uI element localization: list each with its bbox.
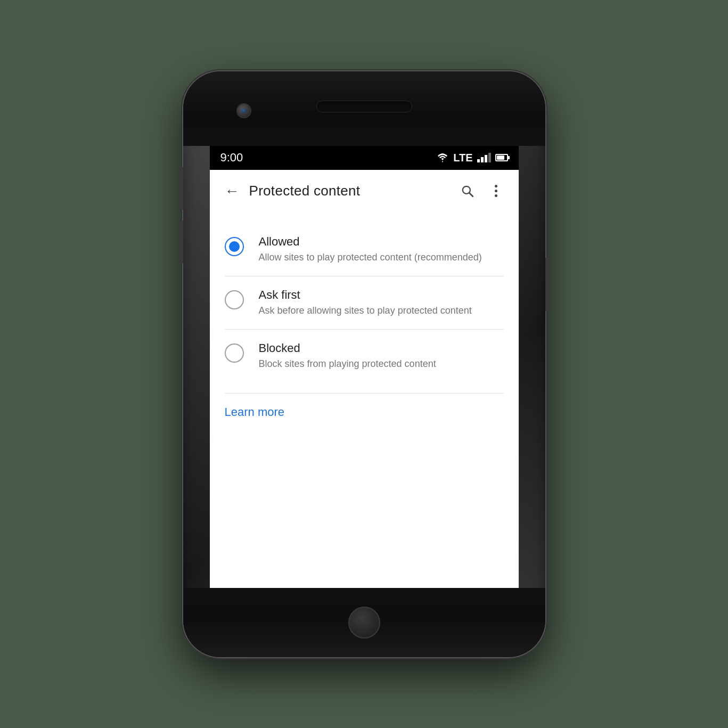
page-title: Protected content xyxy=(249,183,456,199)
back-button[interactable]: ← xyxy=(220,179,244,203)
volume-up-button[interactable] xyxy=(179,167,183,210)
phone-frame: 9:00 LTE xyxy=(183,71,545,657)
option-ask-first[interactable]: Ask first Ask before allowing sites to p… xyxy=(210,276,519,329)
option-blocked-title: Blocked xyxy=(259,341,504,355)
svg-line-1 xyxy=(469,193,473,197)
toolbar-icons xyxy=(456,179,508,203)
option-ask-first-text: Ask first Ask before allowing sites to p… xyxy=(259,288,504,317)
option-blocked-desc: Block sites from playing protected conte… xyxy=(259,357,504,371)
radio-outer-ask-first xyxy=(225,290,244,309)
option-allowed[interactable]: Allowed Allow sites to play protected co… xyxy=(210,223,519,276)
home-button[interactable] xyxy=(348,607,380,639)
option-allowed-text: Allowed Allow sites to play protected co… xyxy=(259,235,504,264)
radio-outer-allowed xyxy=(225,237,244,256)
option-blocked[interactable]: Blocked Block sites from playing protect… xyxy=(210,330,519,382)
learn-more-link[interactable]: Learn more xyxy=(210,394,519,431)
more-icon xyxy=(495,185,497,197)
search-button[interactable] xyxy=(456,179,479,203)
top-bezel xyxy=(183,71,545,146)
more-dot-3 xyxy=(495,194,497,197)
search-icon xyxy=(461,184,475,198)
lte-indicator: LTE xyxy=(453,152,472,164)
bottom-bezel xyxy=(183,588,545,657)
status-icons: LTE xyxy=(436,152,508,164)
status-time: 9:00 xyxy=(220,151,243,165)
content-area: Allowed Allow sites to play protected co… xyxy=(210,212,519,588)
more-dot-1 xyxy=(495,185,497,187)
radio-allowed xyxy=(225,237,244,256)
screen: ← Protected content xyxy=(210,170,519,588)
wifi-icon xyxy=(436,153,449,162)
status-bar: 9:00 LTE xyxy=(210,146,519,170)
more-options-button[interactable] xyxy=(485,179,508,203)
front-camera xyxy=(236,103,251,118)
radio-ask-first xyxy=(225,290,244,309)
radio-blocked xyxy=(225,343,244,363)
app-bar: ← Protected content xyxy=(210,170,519,212)
battery-icon xyxy=(495,154,508,161)
spacer xyxy=(210,382,519,393)
earpiece-speaker xyxy=(316,101,412,112)
radio-inner-allowed xyxy=(229,241,240,252)
battery-fill xyxy=(497,156,504,160)
option-blocked-text: Blocked Block sites from playing protect… xyxy=(259,341,504,371)
power-button[interactable] xyxy=(545,258,550,311)
radio-outer-blocked xyxy=(225,343,244,363)
volume-down-button[interactable] xyxy=(179,220,183,263)
option-ask-first-desc: Ask before allowing sites to play protec… xyxy=(259,304,504,317)
more-dot-2 xyxy=(495,190,497,192)
back-arrow-icon: ← xyxy=(225,183,240,200)
signal-icon xyxy=(477,153,491,162)
option-allowed-title: Allowed xyxy=(259,235,504,249)
option-allowed-desc: Allow sites to play protected content (r… xyxy=(259,251,504,264)
option-ask-first-title: Ask first xyxy=(259,288,504,302)
